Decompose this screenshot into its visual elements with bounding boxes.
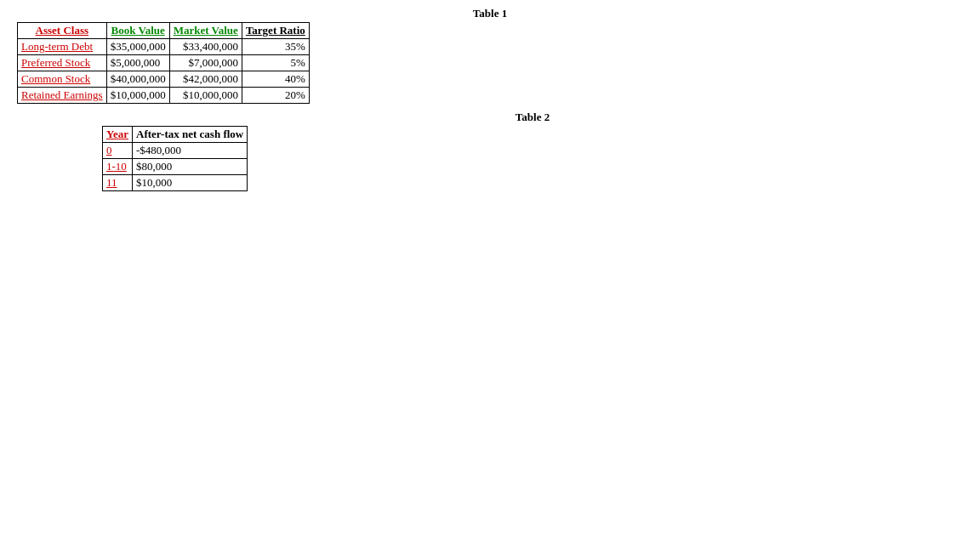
table2-header-year: Year [103,127,133,143]
year-cell: 1-10 [103,159,133,175]
target-ratio-cell: 35% [242,39,309,55]
asset-class-cell: Retained Earnings [18,88,107,104]
table-row: 11 $10,000 [103,175,248,191]
market-value-cell: $33,400,000 [169,39,242,55]
cashflow-cell: -$480,000 [133,143,248,159]
book-value-cell: $10,000,000 [106,88,169,104]
table-row: Long-term Debt $35,000,000 $33,400,000 3… [18,39,310,55]
table2-wrapper: Table 2 Year After-tax net cash flow 0 -… [102,111,963,191]
cashflow-cell: $10,000 [133,175,248,191]
table1-header-target-ratio: Target Ratio [242,23,309,39]
target-ratio-cell: 20% [242,88,309,104]
table-row: Retained Earnings $10,000,000 $10,000,00… [18,88,310,104]
book-value-cell: $5,000,000 [106,55,169,71]
market-value-cell: $10,000,000 [169,88,242,104]
book-value-cell: $35,000,000 [106,39,169,55]
table2-header-cashflow: After-tax net cash flow [133,127,248,143]
market-value-cell: $42,000,000 [169,71,242,88]
table-row: 1-10 $80,000 [103,159,248,175]
target-ratio-cell: 5% [242,55,309,71]
asset-class-cell: Preferred Stock [18,55,107,71]
table1-header-market-value: Market Value [169,23,242,39]
book-value-cell: $40,000,000 [106,71,169,88]
table1-header-book-value: Book Value [106,23,169,39]
cashflow-cell: $80,000 [133,159,248,175]
table-row: Common Stock $40,000,000 $42,000,000 40% [18,71,310,88]
table1-header-asset-class: Asset Class [18,23,107,39]
asset-class-cell: Common Stock [18,71,107,88]
year-cell: 0 [103,143,133,159]
table1-header-row: Asset Class Book Value Market Value Targ… [18,23,310,39]
table1-wrapper: Table 1 Asset Class Book Value Market Va… [17,7,963,104]
asset-class-cell: Long-term Debt [18,39,107,55]
table2: Year After-tax net cash flow 0 -$480,000… [102,126,248,191]
table1-title: Table 1 [17,7,963,20]
table1: Asset Class Book Value Market Value Targ… [17,22,310,104]
table2-header-row: Year After-tax net cash flow [103,127,248,143]
market-value-cell: $7,000,000 [169,55,242,71]
table-row: 0 -$480,000 [103,143,248,159]
target-ratio-cell: 40% [242,71,309,88]
table-row: Preferred Stock $5,000,000 $7,000,000 5% [18,55,310,71]
year-cell: 11 [103,175,133,191]
page-container: Table 1 Asset Class Book Value Market Va… [0,0,980,198]
table2-title: Table 2 [102,111,963,124]
